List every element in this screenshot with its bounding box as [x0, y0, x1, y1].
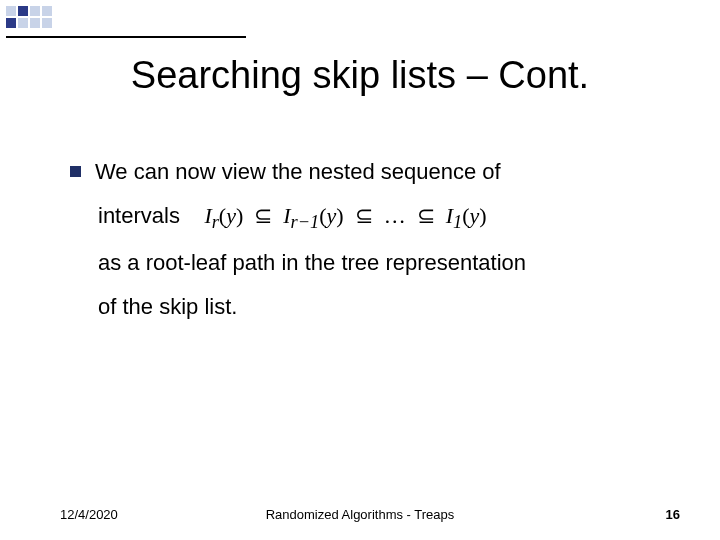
slide-body: We can now view the nested sequence of i…: [70, 150, 670, 329]
footer-title: Randomized Algorithms - Treaps: [0, 507, 720, 522]
bullet-line-2: intervals Ir(y) ⊆ Ir−1(y) ⊆ … ⊆ I1(y): [70, 194, 670, 241]
text-line-4: of the skip list.: [70, 285, 670, 329]
bullet-line-1: We can now view the nested sequence of: [70, 150, 670, 194]
slide-title: Searching skip lists – Cont.: [0, 54, 720, 97]
slide: Searching skip lists – Cont. We can now …: [0, 0, 720, 540]
text-line-1: We can now view the nested sequence of: [95, 159, 501, 184]
square-bullet-icon: [70, 166, 81, 177]
text-line-3: as a root-leaf path in the tree represen…: [70, 241, 670, 285]
corner-decoration: [6, 6, 266, 36]
footer-page-number: 16: [666, 507, 680, 522]
interval-formula: Ir(y) ⊆ Ir−1(y) ⊆ … ⊆ I1(y): [204, 203, 486, 228]
text-line-2-prefix: intervals: [98, 203, 180, 228]
